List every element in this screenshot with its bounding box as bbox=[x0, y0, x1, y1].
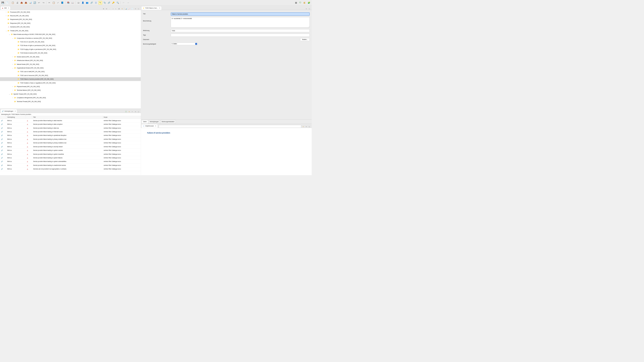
filter-icon[interactable]: ⇶ bbox=[118, 7, 120, 10]
hierarchy-icon[interactable]: ⇅ bbox=[128, 110, 130, 113]
tree-item[interactable]: ›📁Processes [VRC_EN_ISM_2022] bbox=[0, 10, 141, 14]
link-icon[interactable]: 🔗 bbox=[107, 1, 111, 4]
tab-ism[interactable]: ◆ ISM ✕ bbox=[0, 6, 10, 10]
home-icon[interactable]: ⌂ bbox=[108, 7, 111, 10]
table-row[interactable]: 🔗führt zu△Service provider failure leadi… bbox=[0, 160, 141, 163]
tree-item[interactable]: 📁Requirements [VRC_EN_ISM_2022] bbox=[0, 17, 141, 21]
maximize-icon[interactable]: ▢ bbox=[308, 7, 311, 10]
folder-tree-icon[interactable]: 🗂 bbox=[77, 1, 80, 4]
save-all-icon[interactable]: 📄 bbox=[5, 1, 9, 4]
module-icon[interactable]: ◧ bbox=[303, 1, 306, 4]
tab-browser[interactable]: ⟨⟩ Objektbrowser ✕ bbox=[141, 124, 158, 128]
table-row[interactable]: 🔗führt zu△Service provider failure leadi… bbox=[0, 156, 141, 160]
table-row[interactable]: 🔗führt zu△Services are not provided in a… bbox=[0, 167, 141, 171]
save-icon[interactable]: 💾 bbox=[1, 1, 4, 4]
paste-icon[interactable]: 📋 bbox=[52, 1, 56, 4]
table-row[interactable]: 🔗führt zu△Service provider failure leadi… bbox=[0, 119, 141, 122]
expand-arrow-icon[interactable]: › bbox=[12, 56, 14, 57]
table-row[interactable]: 🔗führt zu△Service provider failure leadi… bbox=[0, 137, 141, 141]
copy-icon[interactable]: 📋 bbox=[11, 1, 15, 4]
tree-item[interactable]: ›📁Natural threats [VRC_EN_ISM_2022] bbox=[0, 62, 141, 66]
table-row[interactable]: 🔗führt zu△Service provider failure leadi… bbox=[0, 126, 141, 130]
expand-arrow-icon[interactable]: ⌄ bbox=[12, 37, 14, 39]
forward-icon[interactable]: ⤻ bbox=[126, 1, 130, 4]
tree-view[interactable]: ›📁Processes [VRC_EN_ISM_2022]›📁Records [… bbox=[0, 10, 141, 108]
catalog-icon[interactable]: 📚 bbox=[66, 1, 70, 4]
close-icon[interactable]: ✕ bbox=[14, 110, 16, 112]
import-icon[interactable]: 📥 bbox=[24, 1, 28, 4]
tree-item[interactable]: 📁Responses [VRC_EN_ISM_2022] bbox=[0, 21, 141, 25]
table-row[interactable]: 🔗führt zu△Service provider failure leadi… bbox=[0, 130, 141, 133]
tree-item[interactable]: 📁TC01 Error in use [VRC_EN_ISM_2022] bbox=[0, 40, 141, 44]
shield-check-icon[interactable]: 🛡 bbox=[298, 1, 302, 4]
expand-arrow-icon[interactable]: › bbox=[5, 11, 7, 13]
close-icon[interactable]: ✕ bbox=[155, 125, 156, 127]
refresh-icon[interactable]: 🔄 bbox=[33, 1, 36, 4]
tree-item[interactable]: ⚠Scenarios [VRC_EN_ISM_2022] bbox=[0, 25, 141, 29]
tree-item[interactable]: ›📁Compliance infringements [VRC_EN_ISM_2… bbox=[0, 96, 141, 99]
cut-icon[interactable]: ✂ bbox=[48, 1, 51, 4]
expand-arrow-icon[interactable]: ⌄ bbox=[8, 93, 10, 95]
tab-editor[interactable]: ⚡ TO03 Failure of ser... ✕ bbox=[141, 6, 162, 10]
expand-arrow-icon[interactable]: ⌄ bbox=[8, 33, 10, 35]
grid-icon[interactable]: ▦ bbox=[294, 1, 298, 4]
tree-item[interactable]: 📁TO01 Lack of staff [VRC_EN_ISM_2022] bbox=[0, 70, 141, 73]
share-icon[interactable]: 🔗 bbox=[90, 1, 93, 4]
tree-item[interactable]: 📁TO04 Violation of laws or regulations [… bbox=[0, 81, 141, 84]
tree-item[interactable]: ⌄📁Organizational threats [VRC_EN_ISM_202… bbox=[0, 66, 141, 70]
export-icon[interactable]: 📤 bbox=[20, 1, 23, 4]
maximize-icon[interactable]: ▢ bbox=[308, 125, 311, 128]
expand-arrow-icon[interactable]: › bbox=[12, 86, 14, 87]
tree-item[interactable]: 📁TC03 Forging of rights or permissions [… bbox=[0, 47, 141, 51]
expand-arrow-icon[interactable]: › bbox=[5, 15, 7, 17]
expand-icon[interactable]: ⛶ bbox=[125, 110, 128, 113]
tab-links[interactable]: Verknüpfungen bbox=[148, 120, 160, 123]
collapse-all-icon[interactable]: ⊟ bbox=[105, 7, 108, 10]
check-icon[interactable]: ✓ bbox=[56, 1, 60, 4]
table-row[interactable]: 🔗führt zu△Service provider failure leadi… bbox=[0, 145, 141, 148]
tab-data[interactable]: Daten bbox=[142, 120, 148, 123]
table-row[interactable]: 🔗führt zu△Service provider failure leadi… bbox=[0, 134, 141, 137]
tree-item[interactable]: 📁Technical Threats [VRC_EN_ISM_2022] bbox=[0, 100, 141, 103]
tree-item[interactable]: 📁TO02 Lack of resources [VRC_EN_ISM_2022… bbox=[0, 74, 141, 77]
tree-item[interactable]: 📁TC04 Denial of actions [VRC_EN_ISM_2022… bbox=[0, 51, 141, 55]
tab-links[interactable]: 🔗 Verknüpfungen ✕ bbox=[0, 109, 17, 113]
search-icon[interactable]: 🔍 bbox=[116, 1, 120, 4]
expand-all-icon[interactable]: ⊞ bbox=[102, 7, 105, 10]
title-field[interactable] bbox=[171, 12, 310, 16]
maximize-icon[interactable]: ▢ bbox=[137, 110, 140, 113]
abbreviation-field[interactable] bbox=[171, 29, 310, 32]
expand-arrow-icon[interactable]: › bbox=[12, 60, 14, 61]
edit-icon[interactable]: ✎ bbox=[98, 1, 102, 4]
puzzle-icon[interactable]: 🧩 bbox=[307, 1, 311, 4]
library-icon[interactable]: 📖 bbox=[71, 1, 74, 4]
locate-icon[interactable]: ⊡ bbox=[302, 125, 304, 128]
table-row[interactable]: 🔗führt zu△Service provider failure leadi… bbox=[0, 141, 141, 145]
close-icon[interactable]: ✕ bbox=[8, 7, 9, 9]
table-row[interactable]: 🔗führt zu△Service provider failure leadi… bbox=[0, 163, 141, 167]
back-icon[interactable]: ⤺ bbox=[122, 1, 126, 4]
book-icon[interactable]: 📘 bbox=[60, 1, 64, 4]
tree-item[interactable]: ›📁Technical failures [VRC_EN_ISM_2022] bbox=[0, 88, 141, 92]
report-icon[interactable]: 📊 bbox=[28, 1, 32, 4]
code-icon[interactable]: ⟨⟩ bbox=[94, 1, 98, 4]
table-row[interactable]: 🔗führt zu△Service provider failure leadi… bbox=[0, 149, 141, 152]
tree-item[interactable]: ›📁Human actions [VRC_EN_ISM_2022] bbox=[0, 55, 141, 59]
links-table-body[interactable]: 🔗führt zu△Service provider failure leadi… bbox=[0, 119, 141, 175]
tags-field[interactable] bbox=[171, 33, 310, 36]
tree-item[interactable]: ›📁Infrastructure failures [VRC_EN_ISM_20… bbox=[0, 59, 141, 62]
frequency-select[interactable]: 0: Selten bbox=[171, 42, 198, 45]
tree-item[interactable]: ›📁Physical threats [VRC_EN_ISM_2022] bbox=[0, 85, 141, 88]
description-field[interactable]: A = accidental; E = environmental bbox=[171, 17, 310, 27]
column-header[interactable]: Scope bbox=[102, 116, 141, 119]
go-icon[interactable]: ⤳ bbox=[131, 110, 134, 113]
tree-item[interactable]: ⌄📁Basic threats according to ISO/IEC 270… bbox=[0, 32, 141, 36]
expand-arrow-icon[interactable]: › bbox=[12, 63, 14, 65]
change-button[interactable]: Ändern... bbox=[300, 38, 310, 41]
tree-item[interactable]: ⌄📁Compromise of functions or services [V… bbox=[0, 36, 141, 40]
table-row[interactable]: 🔗führt zu△Service provider failure leadi… bbox=[0, 152, 141, 156]
expand-arrow-icon[interactable]: › bbox=[12, 89, 14, 91]
tree-item[interactable]: ›📁Records [VRC_EN_ISM_2022] bbox=[0, 14, 141, 17]
tree-item[interactable]: ⌄📁Specific Threats [VRC_EN_ISM_2022] bbox=[0, 92, 141, 96]
minimize-icon[interactable]: ▭ bbox=[134, 110, 137, 113]
